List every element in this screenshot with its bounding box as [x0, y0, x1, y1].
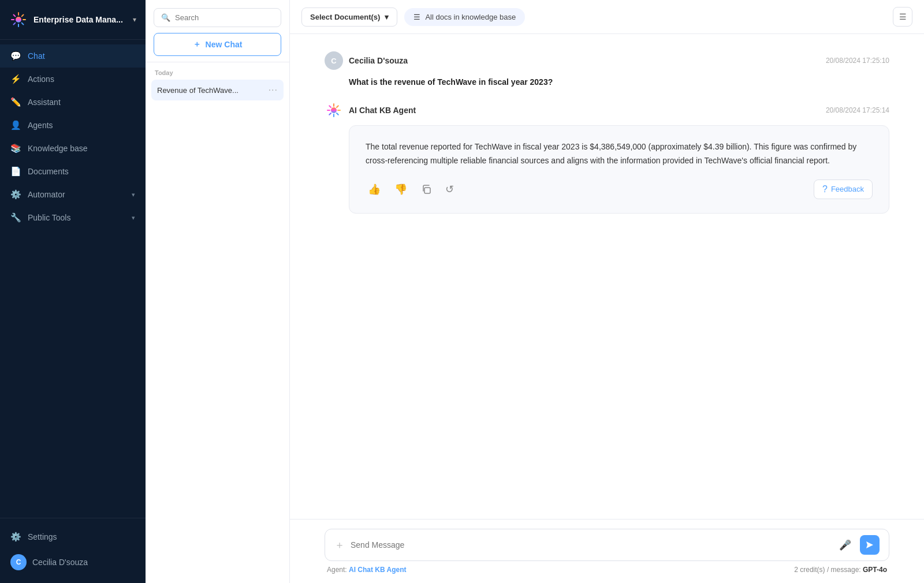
model-info: 2 credit(s) / message: GPT-4o: [794, 566, 887, 574]
messages-area: C Cecilia D'souza 20/08/2024 17:25:10 Wh…: [290, 34, 924, 519]
refresh-button[interactable]: ↺: [443, 181, 456, 198]
sidebar-item-public-tools[interactable]: 🔧Public Tools▾: [0, 206, 146, 229]
user-message-body: What is the revenue of TechWave in fisca…: [325, 76, 889, 89]
copy-button[interactable]: [419, 182, 434, 197]
message-input[interactable]: [351, 540, 830, 550]
app-logo: [9, 10, 28, 29]
ai-response-card: The total revenue reported for TechWave …: [349, 125, 889, 214]
sidebar-item-knowledge-base-label: Knowledge base: [28, 144, 88, 153]
input-meta: Agent: AI Chat KB Agent 2 credit(s) / me…: [325, 561, 889, 574]
sidebar-nav: 💬Chat⚡Actions✏️Assistant👤Agents📚Knowledg…: [0, 40, 146, 518]
sidebar-item-settings-label: Settings: [28, 532, 57, 541]
settings-icon: ⚙️: [10, 532, 21, 542]
automator-icon: ⚙️: [10, 189, 21, 200]
sidebar-item-assistant-label: Assistant: [28, 98, 61, 107]
feedback-button[interactable]: ? Feedback: [814, 180, 873, 199]
sidebar-item-agents-label: Agents: [28, 121, 53, 130]
feedback-label: Feedback: [831, 185, 864, 193]
user-avatar: C: [10, 554, 27, 570]
agent-link[interactable]: AI Chat KB Agent: [349, 566, 407, 574]
feedback-help-icon: ?: [822, 184, 828, 195]
sidebar-header: Enterprise Data Mana... ▾: [0, 0, 146, 40]
mic-button[interactable]: 🎤: [836, 536, 854, 554]
docs-icon: ☰: [413, 13, 420, 21]
sidebar-item-actions[interactable]: ⚡Actions: [0, 68, 146, 91]
chat-icon: 💬: [10, 51, 21, 61]
chat-item-title: Revenue of TechWave...: [157, 86, 269, 95]
svg-line-9: [14, 15, 16, 17]
input-bar: ＋ 🎤 Agent: AI Chat KB Agent 2 credit(s) …: [290, 519, 924, 583]
thumbs-down-button[interactable]: 👎: [392, 181, 409, 198]
chat-item-menu[interactable]: ···: [269, 85, 278, 95]
svg-line-7: [14, 23, 16, 25]
ai-message-time: 20/08/2024 17:25:14: [826, 106, 889, 114]
message-header-user: C Cecilia D'souza 20/08/2024 17:25:10: [325, 51, 889, 70]
model-name: GPT-4o: [863, 566, 887, 574]
sidebar-item-automator[interactable]: ⚙️Automator▾: [0, 183, 146, 206]
input-row: ＋ 🎤: [325, 529, 889, 561]
user-message-time: 20/08/2024 17:25:10: [826, 57, 889, 65]
plus-icon: ＋: [193, 39, 201, 50]
sidebar-item-documents[interactable]: 📄Documents: [0, 160, 146, 183]
sidebar: Enterprise Data Mana... ▾ 💬Chat⚡Actions✏…: [0, 0, 146, 583]
agent-label-prefix: Agent:: [327, 566, 349, 574]
credits-info: 2 credit(s) / message:: [794, 566, 860, 574]
svg-line-3: [22, 15, 24, 17]
all-docs-badge: ☰ All docs in knowledge base: [404, 8, 525, 26]
app-title-chevron[interactable]: ▾: [133, 16, 136, 24]
sidebar-item-chat-label: Chat: [28, 51, 45, 61]
user-profile[interactable]: C Cecilia D'souza: [0, 548, 146, 576]
ai-actions-bar: 👍 👎 ↺ ? Feedback: [366, 180, 873, 199]
search-input[interactable]: [175, 13, 274, 22]
knowledge-base-icon: 📚: [10, 143, 21, 154]
message-header-ai: AI Chat KB Agent 20/08/2024 17:25:14: [325, 101, 889, 119]
topbar-layout-button[interactable]: ☰: [893, 7, 912, 27]
user-message-avatar: C: [325, 51, 343, 70]
search-box[interactable]: 🔍: [154, 8, 281, 27]
svg-point-10: [331, 107, 337, 113]
sidebar-item-public-tools-label: Public Tools: [28, 213, 70, 222]
automator-chevron: ▾: [132, 191, 135, 199]
select-documents-button[interactable]: Select Document(s) ▾: [301, 8, 397, 27]
layout-icon: ☰: [899, 12, 907, 21]
chat-section-today: Today: [151, 69, 284, 76]
svg-line-12: [337, 106, 338, 107]
public-tools-icon: 🔧: [10, 212, 21, 223]
sidebar-item-chat[interactable]: 💬Chat: [0, 44, 146, 68]
ai-message-body: The total revenue reported for TechWave …: [366, 142, 856, 166]
send-button[interactable]: [860, 535, 880, 555]
user-message-sender: C Cecilia D'souza: [325, 51, 408, 70]
user-sender-name: Cecilia D'souza: [349, 56, 408, 65]
attach-icon[interactable]: ＋: [334, 538, 345, 552]
sidebar-footer: ⚙️ Settings C Cecilia D'souza: [0, 518, 146, 583]
chat-panel-header: 🔍 ＋ New Chat: [146, 0, 289, 62]
list-item[interactable]: Revenue of TechWave... ···: [151, 80, 284, 100]
chat-list: Today Revenue of TechWave... ···: [146, 62, 289, 583]
sidebar-item-actions-label: Actions: [28, 74, 54, 84]
svg-rect-19: [424, 188, 430, 193]
sidebar-item-documents-label: Documents: [28, 167, 69, 176]
new-chat-label: New Chat: [206, 40, 243, 49]
main-content: Select Document(s) ▾ ☰ All docs in knowl…: [290, 0, 924, 583]
agent-info: Agent: AI Chat KB Agent: [327, 566, 407, 574]
sidebar-item-settings[interactable]: ⚙️ Settings: [0, 525, 146, 548]
thumbs-up-button[interactable]: 👍: [366, 181, 383, 198]
app-title: Enterprise Data Mana...: [33, 15, 127, 24]
sidebar-item-automator-label: Automator: [28, 190, 65, 199]
new-chat-button[interactable]: ＋ New Chat: [154, 33, 281, 56]
user-name: Cecilia D'souza: [32, 558, 88, 567]
message-block-ai: AI Chat KB Agent 20/08/2024 17:25:14 The…: [325, 101, 889, 214]
svg-line-18: [329, 106, 331, 107]
sidebar-item-agents[interactable]: 👤Agents: [0, 114, 146, 137]
svg-line-5: [22, 23, 24, 25]
all-docs-label: All docs in knowledge base: [425, 13, 516, 21]
public-tools-chevron: ▾: [132, 214, 135, 222]
sidebar-item-assistant[interactable]: ✏️Assistant: [0, 91, 146, 114]
chat-panel: 🔍 ＋ New Chat Today Revenue of TechWave..…: [146, 0, 290, 583]
search-icon: 🔍: [161, 13, 170, 22]
svg-line-14: [337, 113, 338, 115]
svg-line-16: [329, 113, 331, 115]
sidebar-item-knowledge-base[interactable]: 📚Knowledge base: [0, 137, 146, 160]
documents-icon: 📄: [10, 166, 21, 177]
svg-point-1: [16, 17, 21, 23]
